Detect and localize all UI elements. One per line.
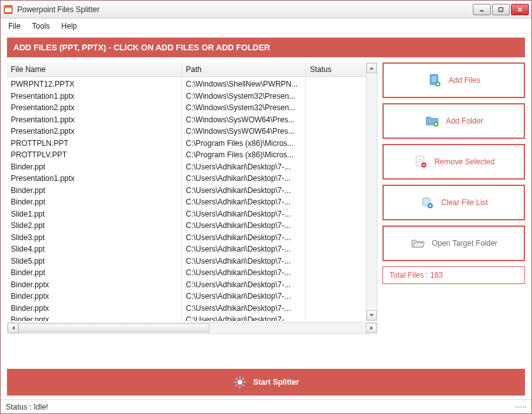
menu-tools[interactable]: Tools <box>32 22 50 31</box>
cell-status <box>306 242 346 254</box>
clear-list-button[interactable]: Clear File List <box>382 185 525 220</box>
col-status[interactable]: Status <box>306 62 346 76</box>
cell-status <box>306 171 346 183</box>
cell-status <box>306 266 346 278</box>
cell-status <box>306 301 346 313</box>
menu-file[interactable]: File <box>8 22 20 31</box>
table-row[interactable]: Binder.pptxC:\Users\Adhikari\Desktop\7-.… <box>7 289 366 301</box>
clear-list-label: Clear File List <box>441 198 487 207</box>
svg-marker-7 <box>370 67 374 69</box>
table-row[interactable]: Presentation1.pptxC:\Users\Adhikari\Desk… <box>7 171 366 183</box>
add-folder-icon <box>424 113 440 129</box>
cell-filename: Binder.pptx <box>7 289 182 301</box>
start-splitter-button[interactable]: Start Splitter <box>7 369 525 396</box>
cell-path: C:\Users\Adhikari\Desktop\7-... <box>182 160 306 172</box>
window-title: Powerpoint Files Splitter <box>17 5 473 14</box>
open-target-label: Open Target Folder <box>431 239 497 248</box>
app-icon <box>3 4 13 15</box>
cell-path: C:\Windows\ShellNew\PWRPN... <box>182 77 306 89</box>
side-panel: Add Files Add Folder Remove Selected Cle… <box>382 62 525 334</box>
table-row[interactable]: Slide5.pptC:\Users\Adhikari\Desktop\7-..… <box>7 254 366 266</box>
svg-line-38 <box>242 378 244 380</box>
cell-filename: Binder.ppt <box>7 266 182 278</box>
cell-filename: PROTTPLV.PPT <box>7 148 182 160</box>
cell-path: C:\Users\Adhikari\Desktop\7-... <box>182 254 306 266</box>
cell-filename: Presentation1.pptx <box>7 89 182 101</box>
table-row[interactable]: Binder.pptC:\Users\Adhikari\Desktop\7-..… <box>7 160 366 172</box>
svg-marker-8 <box>370 314 374 317</box>
scroll-right-icon[interactable] <box>366 323 377 333</box>
svg-line-35 <box>236 378 238 380</box>
svg-rect-4 <box>499 8 503 11</box>
table-row[interactable]: Presentation2.pptxC:\Windows\SysWOW64\Pr… <box>7 124 366 136</box>
table-row[interactable]: Slide2.pptC:\Users\Adhikari\Desktop\7-..… <box>7 218 366 231</box>
horizontal-scrollbar[interactable] <box>7 322 377 334</box>
remove-selected-button[interactable]: Remove Selected <box>382 144 525 180</box>
cell-status <box>306 218 346 231</box>
table-row[interactable]: Binder.pptxC:\Users\Adhikari\Desktop\7-.… <box>7 278 366 290</box>
menu-help[interactable]: Help <box>61 22 77 31</box>
table-row[interactable]: Slide1.pptC:\Users\Adhikari\Desktop\7-..… <box>7 207 366 219</box>
cell-status <box>306 148 346 160</box>
svg-rect-2 <box>5 7 11 8</box>
table-row[interactable]: Presentation1.pptxC:\Windows\System32\Pr… <box>7 89 366 101</box>
col-path[interactable]: Path <box>182 62 306 76</box>
remove-selected-label: Remove Selected <box>435 157 495 166</box>
cell-status <box>306 160 346 172</box>
table-row[interactable]: Slide4.pptC:\Users\Adhikari\Desktop\7-..… <box>7 242 366 254</box>
add-folder-button[interactable]: Add Folder <box>382 103 525 139</box>
cell-status <box>306 278 346 290</box>
file-table: File Name Path Status PWRPNT12.PPTXC:\Wi… <box>7 62 377 334</box>
cell-path: C:\Windows\SysWOW64\Pres... <box>182 124 306 136</box>
scroll-left-icon[interactable] <box>8 323 18 333</box>
col-filename[interactable]: File Name <box>7 62 182 76</box>
table-row[interactable]: Slide3.pptC:\Users\Adhikari\Desktop\7-..… <box>7 231 366 243</box>
cell-status <box>306 124 346 136</box>
remove-selected-icon <box>413 154 428 169</box>
close-button[interactable] <box>511 4 529 15</box>
table-row[interactable]: Binder.pptC:\Users\Adhikari\Desktop\7-..… <box>7 195 366 207</box>
cell-filename: PROTTPLN.PPT <box>7 136 182 148</box>
minimize-button[interactable] <box>473 4 491 15</box>
cell-path: C:\Users\Adhikari\Desktop\7-... <box>182 231 306 243</box>
scroll-up-icon[interactable] <box>367 63 377 73</box>
resize-grip-icon[interactable] <box>515 406 526 408</box>
cell-filename: Slide1.ppt <box>7 207 182 219</box>
cell-path: C:\Users\Adhikari\Desktop\7-... <box>182 242 306 254</box>
table-row[interactable]: Binder.pptC:\Users\Adhikari\Desktop\7-..… <box>7 183 366 196</box>
table-row[interactable]: Binder.pptxC:\Users\Adhikari\Desktop\7-.… <box>7 301 366 313</box>
cell-filename: Binder.ppt <box>7 160 182 172</box>
cell-status <box>306 313 346 321</box>
table-row[interactable]: PROTTPLV.PPTC:\Program Files (x86)\Micro… <box>7 148 366 160</box>
vertical-scrollbar[interactable] <box>366 62 377 321</box>
svg-marker-10 <box>370 326 373 330</box>
total-files-label: Total Files : 183 <box>382 266 525 284</box>
cell-filename: Presentation2.pptx <box>7 124 182 136</box>
maximize-button[interactable] <box>492 4 510 15</box>
cell-filename: Presentation1.pptx <box>7 113 182 125</box>
cell-status <box>306 101 346 113</box>
table-row[interactable]: Binder.pptC:\Users\Adhikari\Desktop\7-..… <box>7 266 366 278</box>
cell-path: C:\Users\Adhikari\Desktop\7-... <box>182 207 306 219</box>
add-files-button[interactable]: Add Files <box>382 62 525 98</box>
table-row[interactable]: Binder.pptxC:\Users\Adhikari\Desktop\7-.… <box>7 313 366 321</box>
table-row[interactable]: PROTTPLN.PPTC:\Program Files (x86)\Micro… <box>7 136 366 148</box>
titlebar[interactable]: Powerpoint Files Splitter <box>1 1 531 18</box>
table-body[interactable]: PWRPNT12.PPTXC:\Windows\ShellNew\PWRPN..… <box>7 77 366 321</box>
cell-path: C:\Windows\SysWOW64\Pres... <box>182 113 306 125</box>
table-row[interactable]: Presentation2.pptxC:\Windows\System32\Pr… <box>7 101 366 113</box>
cell-filename: Slide4.ppt <box>7 242 182 254</box>
scroll-down-icon[interactable] <box>367 310 377 320</box>
cell-filename: Binder.pptx <box>7 313 182 321</box>
cell-path: C:\Users\Adhikari\Desktop\7-... <box>182 195 306 207</box>
table-row[interactable]: PWRPNT12.PPTXC:\Windows\ShellNew\PWRPN..… <box>7 77 366 89</box>
svg-line-37 <box>236 385 238 387</box>
open-target-button[interactable]: Open Target Folder <box>382 225 525 261</box>
cell-filename: Binder.ppt <box>7 195 182 207</box>
svg-marker-9 <box>12 326 15 330</box>
cell-status <box>306 77 346 89</box>
gear-icon <box>233 375 247 389</box>
table-row[interactable]: Presentation1.pptxC:\Windows\SysWOW64\Pr… <box>7 113 366 125</box>
scrollbar-thumb[interactable] <box>18 324 209 332</box>
menubar: File Tools Help <box>1 18 531 34</box>
